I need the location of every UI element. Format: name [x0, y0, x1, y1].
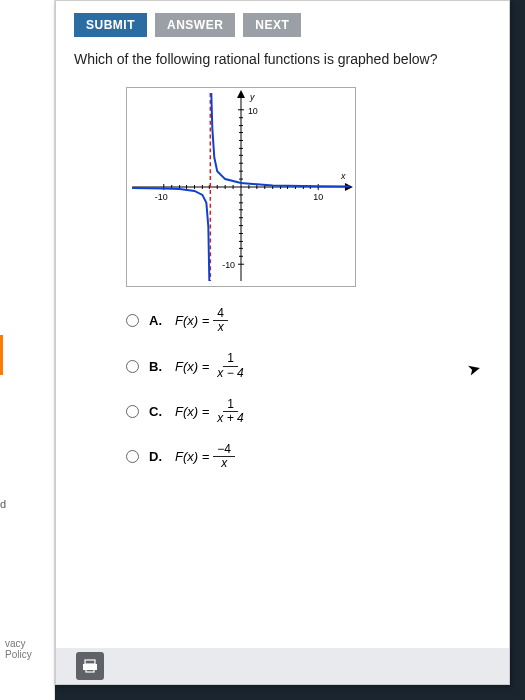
option-c-label: C.: [149, 404, 165, 419]
option-d[interactable]: D. F(x) = −4x: [126, 443, 509, 470]
option-a-label: A.: [149, 313, 165, 328]
privacy-link[interactable]: vacy Policy: [5, 638, 54, 660]
graph-svg: y x -10 10 10 -10: [127, 88, 355, 286]
print-button[interactable]: [76, 652, 104, 680]
radio-d[interactable]: [126, 450, 139, 463]
svg-rect-45: [85, 660, 95, 664]
sidebar-truncated-text: d: [0, 498, 6, 510]
next-button[interactable]: NEXT: [243, 13, 301, 37]
neg10y-label: -10: [222, 260, 235, 270]
option-d-label: D.: [149, 449, 165, 464]
option-b-label: B.: [149, 359, 165, 374]
options: A. F(x) = 4x B. F(x) = 1x − 4 C. F(x) = …: [56, 301, 509, 471]
answer-button[interactable]: ANSWER: [155, 13, 235, 37]
radio-b[interactable]: [126, 360, 139, 373]
buttons-row: SUBMIT ANSWER NEXT: [56, 1, 509, 45]
x-axis-label: x: [340, 171, 346, 181]
left-sidebar: d vacy Policy: [0, 0, 55, 700]
option-a[interactable]: A. F(x) = 4x: [126, 307, 509, 334]
graph: y x -10 10 10 -10: [126, 87, 356, 287]
pos10x-label: 10: [313, 192, 323, 202]
svg-marker-2: [237, 90, 245, 98]
option-d-formula: F(x) = −4x: [175, 443, 235, 470]
radio-c[interactable]: [126, 405, 139, 418]
option-c-formula: F(x) = 1x + 4: [175, 398, 248, 425]
neg10x-label: -10: [155, 192, 168, 202]
print-icon: [82, 658, 98, 674]
svg-rect-46: [83, 664, 97, 670]
option-b[interactable]: B. F(x) = 1x − 4: [126, 352, 509, 379]
question-text: Which of the following rational function…: [56, 45, 509, 79]
submit-button[interactable]: SUBMIT: [74, 13, 147, 37]
option-b-formula: F(x) = 1x − 4: [175, 352, 248, 379]
bottom-toolbar: [56, 648, 509, 684]
main-panel: SUBMIT ANSWER NEXT Which of the followin…: [55, 0, 510, 685]
sidebar-accent: [0, 335, 3, 375]
option-a-formula: F(x) = 4x: [175, 307, 228, 334]
y-axis-label: y: [249, 92, 255, 102]
pos10y-label: 10: [248, 106, 258, 116]
option-c[interactable]: C. F(x) = 1x + 4: [126, 398, 509, 425]
radio-a[interactable]: [126, 314, 139, 327]
